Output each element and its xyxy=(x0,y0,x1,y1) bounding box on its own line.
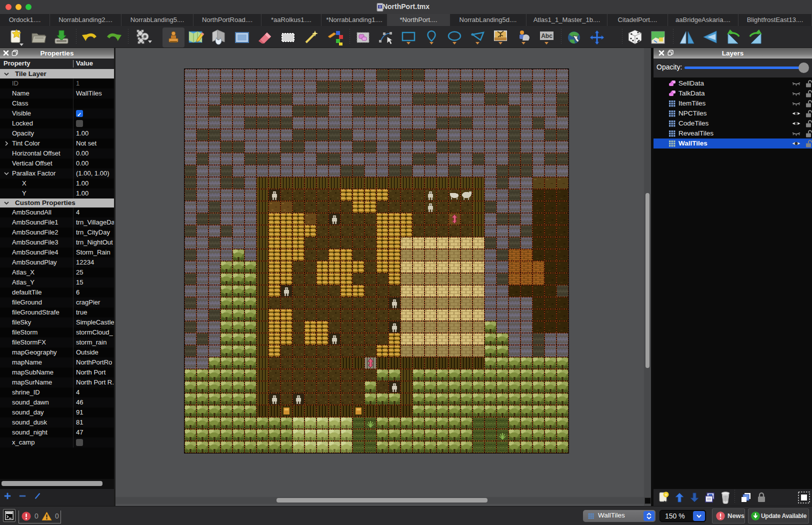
svg-text:Abc: Abc xyxy=(541,32,552,40)
